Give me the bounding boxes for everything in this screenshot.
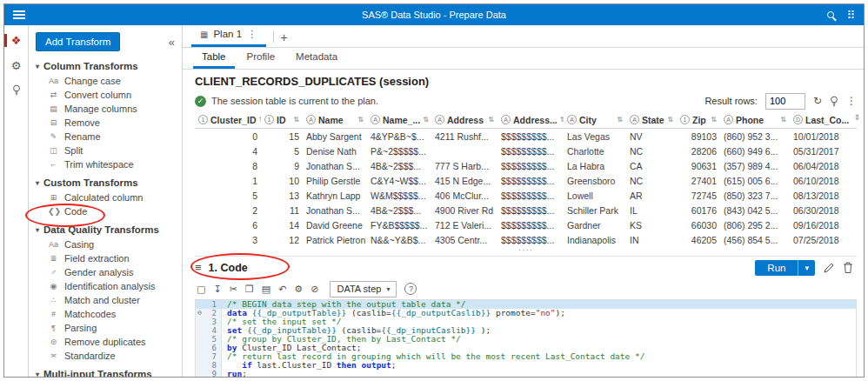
code-token: promote= — [491, 308, 535, 318]
column-header-state[interactable]: AState⇅ — [626, 115, 677, 125]
table-cell: Lowell — [564, 190, 626, 201]
code-text[interactable]: /* BEGIN data step with the output table… — [222, 300, 856, 378]
line-number: 8 — [196, 361, 221, 370]
table-cell: 46205 — [677, 235, 720, 245]
sidebar-item-label: Gender analysis — [64, 267, 134, 277]
sort-icon: ⇅ — [488, 116, 494, 124]
macro-variables-icon[interactable]: ⚙ — [294, 284, 303, 295]
delete-icon[interactable] — [843, 262, 853, 273]
table-cell: $$$$$$$$$... — [497, 131, 564, 142]
sidebar-item-split[interactable]: ◫Split — [29, 144, 182, 157]
table-cell: NC — [626, 176, 677, 186]
copy-icon[interactable]: ❐ — [245, 284, 254, 295]
lightbulb-icon[interactable] — [830, 96, 838, 107]
tab-table[interactable]: Table — [193, 51, 235, 69]
apps-icon[interactable]: ⠿ — [846, 10, 855, 21]
sidebar-item-field-extraction[interactable]: ≣Field extraction — [29, 251, 182, 265]
column-header-zip[interactable]: 1Zip⇅ — [677, 115, 720, 125]
refresh-icon[interactable]: ↻ — [813, 96, 822, 106]
sidebar-item-code[interactable]: ❮❯Code — [29, 204, 182, 218]
column-header-last-co[interactable]: DLast_Co...⇅ — [790, 115, 852, 125]
sidebar-section-data-quality-transforms[interactable]: ▾Data Quality Transforms — [29, 222, 182, 237]
add-transform-button[interactable]: Add Transform — [36, 32, 120, 51]
column-type-icon: A — [630, 115, 639, 124]
table-row[interactable]: 110Philip GerstleC&Y4~W$$...415 N Edge..… — [195, 173, 857, 188]
language-select[interactable]: DATA step ▾ — [330, 281, 397, 297]
search-icon[interactable] — [827, 11, 834, 18]
run-options-icon[interactable]: ▾ — [798, 261, 815, 275]
suggestions-icon[interactable] — [4, 84, 28, 98]
table-cell: Jonathan S... — [303, 205, 367, 216]
code-line[interactable]: if last.Cluster_ID then output; — [222, 361, 856, 370]
sidebar-section-column-transforms[interactable]: ▾Column Transforms — [29, 58, 182, 74]
table-row[interactable]: 211Jonathan S...4B&~2$$$...4900 River Rd… — [195, 203, 857, 217]
step-list-icon[interactable]: ≡ — [195, 261, 202, 274]
column-header-name[interactable]: AName_...⇅ — [367, 115, 431, 125]
sidebar-item-trim-whitespace[interactable]: ⌐Trim whitespace — [29, 157, 182, 171]
sidebar-item-matchcodes[interactable]: #Matchcodes — [29, 307, 182, 321]
result-rows-input[interactable] — [765, 93, 805, 110]
clear-code-icon[interactable]: ⊘ — [310, 284, 318, 295]
settings-icon[interactable]: ⚙ — [4, 59, 28, 72]
help-icon[interactable]: ? — [404, 283, 417, 295]
sidebar-item-manage-columns[interactable]: ▤Manage columns — [29, 102, 182, 116]
plan-tab[interactable]: ▦ Plan 1 ⋮ — [191, 26, 266, 47]
column-header-address[interactable]: AAddress...⇅ — [497, 115, 564, 125]
tab-profile[interactable]: Profile — [238, 51, 284, 69]
line-number: 7 — [196, 352, 221, 361]
column-header-label: Name — [318, 115, 344, 125]
sidebar-item-remove-duplicates[interactable]: ⊜Remove duplicates — [29, 335, 182, 349]
undo-icon[interactable]: ↶ — [278, 284, 286, 295]
table-row[interactable]: 312Patrick PietronN&&~Y&B$...4305 Centr.… — [195, 232, 857, 247]
table-cell: (860) 952 3... — [720, 131, 790, 142]
table-row[interactable]: 45Denise NathP&~2$$$$$...$$$$$$$$$...Cha… — [195, 144, 857, 158]
paste-icon[interactable]: ▤ — [262, 284, 270, 295]
splitter-handle[interactable]: ···· — [195, 247, 857, 256]
table-row[interactable]: 015Abby Sargent4&YP&B~$...4211 Rushf...$… — [195, 129, 857, 144]
table-cell: $$$$$$$$$... — [497, 235, 564, 245]
sidebar-item-rename[interactable]: ✎Rename — [29, 130, 182, 144]
column-header-address[interactable]: AAddress⇅ — [431, 115, 497, 125]
table-cell: $$$$$$$$$... — [497, 205, 564, 216]
import-code-icon[interactable]: ↧ — [213, 284, 221, 295]
table-scrollbar-icon[interactable]: ⇕ — [853, 113, 860, 122]
table-options-icon[interactable]: ⋮ — [846, 96, 857, 106]
column-header-id[interactable]: 1ID⇅ — [261, 115, 303, 125]
run-button[interactable]: Run ▾ — [755, 260, 815, 276]
transforms-icon[interactable]: ❖ — [4, 34, 28, 47]
sidebar-section-custom-transforms[interactable]: ▾Custom Transforms — [29, 175, 182, 190]
column-header-city[interactable]: ACity⇅ — [564, 115, 626, 125]
main-content: ▦ Plan 1 ⋮ + TableProfileMetadata CLIENT… — [183, 25, 864, 378]
sidebar-item-gender-analysis[interactable]: ♂Gender analysis — [29, 265, 182, 279]
sidebar-item-remove[interactable]: ⊟Remove — [29, 116, 182, 130]
table-cell: (806) 295 2... — [720, 220, 790, 231]
column-header-name[interactable]: AName⇅ — [303, 115, 367, 125]
sidebar-item-casing[interactable]: AaCasing — [29, 237, 182, 251]
table-cell: Philip Gerstle — [303, 176, 367, 186]
edit-icon[interactable] — [824, 263, 834, 273]
cut-icon[interactable]: ✂ — [230, 284, 237, 295]
new-program-icon[interactable]: ▢ — [197, 284, 205, 295]
table-row[interactable]: 614David GreeneFY&B$$$$$...712 E Valeri.… — [195, 217, 857, 232]
menu-icon[interactable] — [13, 10, 25, 19]
table-row[interactable]: 513Kathryn LappW&M$$$$$...406 McClur...$… — [195, 188, 857, 203]
column-header-phone[interactable]: APhone⇅ — [720, 115, 790, 125]
sidebar-item-parsing[interactable]: ¶Parsing — [29, 321, 182, 335]
sidebar-item-standardize[interactable]: ≍Standardize — [29, 349, 182, 363]
sidebar-item-match-and-cluster[interactable]: ∴Match and cluster — [29, 293, 182, 307]
tab-metadata[interactable]: Metadata — [287, 51, 346, 69]
column-header-cluster-id[interactable]: 1Cluster_ID⇅ — [195, 115, 261, 125]
fold-icon[interactable]: ⊖ — [197, 309, 202, 318]
sidebar-item-convert-column[interactable]: ⇄Convert column — [29, 88, 182, 102]
code-line[interactable]: run; — [222, 370, 856, 378]
collapse-sidebar-icon[interactable]: « — [169, 36, 175, 49]
sidebar-item-change-case[interactable]: AaChange case — [29, 74, 182, 88]
code-editor[interactable]: 1⊖23456789 /* BEGIN data step with the o… — [195, 299, 857, 378]
add-plan-button[interactable]: + — [281, 30, 288, 44]
sidebar-item-calculated-column[interactable]: ⊞Calculated column — [29, 190, 182, 204]
table-row[interactable]: 89Jonathan S...4B&~2$$$...777 S Harb...$… — [195, 158, 857, 173]
table-cell: 07/25/2018 — [790, 235, 852, 245]
plan-tab-menu-icon[interactable]: ⋮ — [247, 28, 257, 40]
sidebar-section-multi-input-transforms[interactable]: ▾Multi-input Transforms — [29, 366, 182, 378]
sidebar-item-identification-analysis[interactable]: ◉Identification analysis — [29, 279, 182, 293]
